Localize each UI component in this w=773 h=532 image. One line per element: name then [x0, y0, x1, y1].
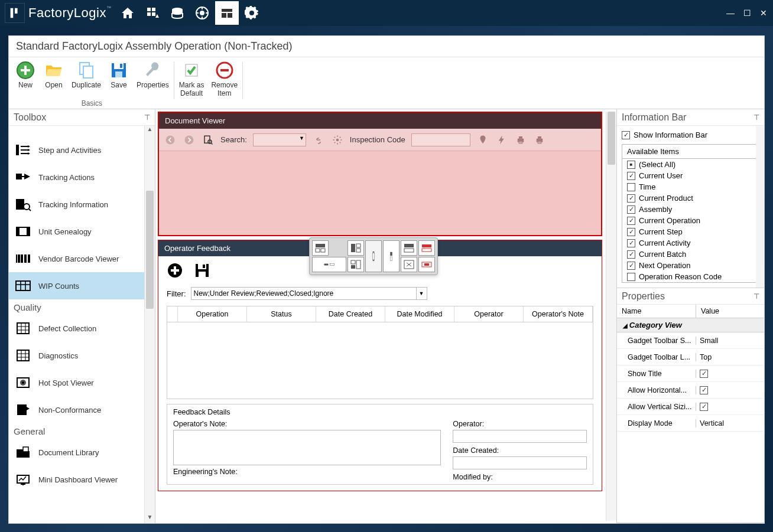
info-item-time[interactable]: Time [622, 181, 759, 192]
ribbon-properties-button[interactable]: Properties [134, 60, 171, 90]
layout-opt-3[interactable] [347, 240, 364, 256]
toolbox-item-mini-dashboard-viewer[interactable]: Mini Dashboard Viewer [9, 466, 155, 493]
nav-grid-icon[interactable] [141, 1, 164, 25]
toolbox-item-diagnostics[interactable]: Diagnostics [9, 342, 155, 369]
toolbox-item-vendor-barcode-viewer[interactable]: Vendor Barcode Viewer [9, 245, 155, 272]
inspection-code-input[interactable] [411, 133, 470, 146]
toolbox-item-unit-genealogy[interactable]: Unit Genealogy [9, 218, 155, 245]
svg-rect-9 [222, 9, 232, 12]
prop-row-gadget-toolbar-l-[interactable]: Gadget Toolbar L...Top [617, 349, 764, 365]
svg-rect-5 [152, 12, 155, 16]
bolt-icon[interactable] [495, 133, 508, 146]
prop-row-gadget-toolbar-s-[interactable]: Gadget Toolbar S...Small [617, 332, 764, 349]
toolbox-section-general[interactable]: General⌄ [9, 423, 155, 439]
toolbox-item-non-conformance[interactable]: Non-Conformance [9, 396, 155, 423]
layout-opt-4[interactable] [347, 257, 364, 272]
svg-rect-0 [11, 8, 14, 18]
design-canvas[interactable]: Document Viewer Search: ▼ Inspection Cod… [155, 109, 616, 523]
operators-note-input[interactable] [173, 430, 441, 465]
layout-opt-6[interactable] [383, 240, 400, 272]
print2-icon[interactable] [533, 133, 546, 146]
layout-opt-5[interactable] [365, 240, 382, 272]
ribbon-mark-default-button[interactable]: Mark as Default [177, 60, 207, 99]
prop-row-allow-horizontal-[interactable]: Allow Horizontal...✓ [617, 382, 764, 399]
window-maximize[interactable]: ☐ [742, 8, 752, 18]
grid-col-operator[interactable]: Operator [454, 306, 524, 322]
window-minimize[interactable]: — [726, 8, 735, 18]
pin-marker-icon[interactable] [476, 133, 489, 146]
toolbox-item-tracking-actions[interactable]: Tracking Actions [9, 164, 155, 191]
toolbox-item-hot-spot-viewer[interactable]: Hot Spot Viewer [9, 369, 155, 396]
ribbon-save-button[interactable]: Save [106, 60, 132, 90]
window-close[interactable]: ✕ [759, 8, 768, 18]
info-item--select-all-[interactable]: (Select All) [622, 159, 759, 170]
nav-back-icon[interactable] [164, 133, 177, 146]
toolbox-item-icon [15, 321, 31, 335]
toolbox-item-step-and-activities[interactable]: Step and Activities [9, 136, 155, 164]
ribbon-duplicate-button[interactable]: Duplicate [69, 60, 103, 90]
grid-col-date-modified[interactable]: Date Modified [385, 306, 454, 322]
toolbox-item-tracking-information[interactable]: Tracking Information [9, 191, 155, 218]
nav-settings-icon[interactable] [240, 1, 264, 25]
add-feedback-button[interactable] [167, 262, 183, 279]
ribbon-open-button[interactable]: Open [41, 60, 67, 90]
svg-rect-23 [220, 69, 229, 71]
info-item-current-step[interactable]: ✓Current Step [622, 226, 759, 237]
toolbox-item-partial[interactable] [9, 126, 155, 136]
layout-opt-10[interactable] [418, 257, 435, 272]
toolbox-item-document-library[interactable]: Document Library [9, 439, 155, 466]
grid-col-operator-s-note[interactable]: Operator's Note [524, 306, 593, 322]
info-item-current-operation[interactable]: ✓Current Operation [622, 215, 759, 226]
layout-opt-9[interactable] [418, 240, 435, 256]
grid-col-operation[interactable]: Operation [178, 306, 247, 322]
prop-row-allow-vertical-sizi-[interactable]: Allow Vertical Sizi...✓ [617, 399, 764, 415]
operator-feedback-gadget[interactable]: Operator Feedback [158, 240, 602, 491]
canvas-scrollbar[interactable] [606, 112, 616, 521]
layout-opt-1[interactable] [312, 240, 329, 256]
save-feedback-button[interactable] [194, 262, 210, 279]
feedback-grid[interactable]: OperationStatusDate CreatedDate Modified… [167, 306, 593, 399]
toolbox-scrollbar[interactable]: ▲▼ [144, 126, 155, 523]
gear-icon[interactable] [331, 133, 344, 146]
prop-row-show-title[interactable]: Show Title✓ [617, 365, 764, 382]
nav-forward-icon[interactable] [183, 133, 196, 146]
info-item-operation-reason-code[interactable]: Operation Reason Code [622, 271, 759, 282]
info-item-current-batch[interactable]: ✓Current Batch [622, 249, 759, 260]
layout-opt-8[interactable] [401, 257, 417, 272]
app-titlebar: FactoryLogix™ — ☐ ✕ [0, 0, 773, 26]
nav-home-icon[interactable] [116, 1, 139, 25]
toolbox-item-defect-collection[interactable]: Defect Collection [9, 315, 155, 342]
show-info-bar-checkbox[interactable]: ✓Show Information Bar [622, 130, 759, 139]
nav-template-icon[interactable] [215, 1, 239, 25]
document-viewer-gadget[interactable]: Document Viewer Search: ▼ Inspection Cod… [158, 112, 602, 236]
operator-input[interactable] [453, 430, 587, 443]
layout-opt-2[interactable] [312, 257, 346, 272]
nav-stack-icon[interactable] [165, 1, 189, 25]
info-item-current-user[interactable]: ✓Current User [622, 170, 759, 181]
filter-combo[interactable]: New;Under Review;Reviewed;Closed;Ignore▼ [191, 287, 427, 300]
link-icon[interactable] [312, 133, 325, 146]
info-item-current-product[interactable]: ✓Current Product [622, 192, 759, 204]
info-scrollbar[interactable] [756, 126, 764, 288]
info-item-current-activity[interactable]: ✓Current Activity [622, 237, 759, 249]
svg-rect-58 [356, 249, 360, 252]
ribbon-new-button[interactable]: New [12, 60, 38, 90]
info-item-next-operation[interactable]: ✓Next Operation [622, 260, 759, 271]
nav-globe-icon[interactable] [190, 1, 214, 25]
document-search-icon[interactable] [202, 133, 215, 146]
pin-icon[interactable]: ⊤ [753, 113, 759, 122]
toolbox-item-wip-counts[interactable]: WIP Counts [9, 272, 155, 299]
pin-icon[interactable]: ⊤ [753, 292, 759, 301]
search-combo[interactable]: ▼ [253, 133, 306, 146]
ribbon-remove-item-button[interactable]: Remove Item [209, 60, 240, 99]
grid-col-date-created[interactable]: Date Created [316, 306, 385, 322]
pin-icon[interactable]: ⊤ [144, 113, 150, 122]
date-created-input[interactable] [453, 456, 587, 469]
prop-row-display-mode[interactable]: Display ModeVertical [617, 415, 764, 432]
toolbox-section-quality[interactable]: Quality⌄ [9, 299, 155, 315]
layout-opt-7[interactable] [401, 240, 417, 256]
grid-col-status[interactable]: Status [247, 306, 316, 322]
properties-category[interactable]: Category View [617, 318, 764, 332]
info-item-assembly[interactable]: ✓Assembly [622, 204, 759, 215]
print-icon[interactable] [514, 133, 527, 146]
